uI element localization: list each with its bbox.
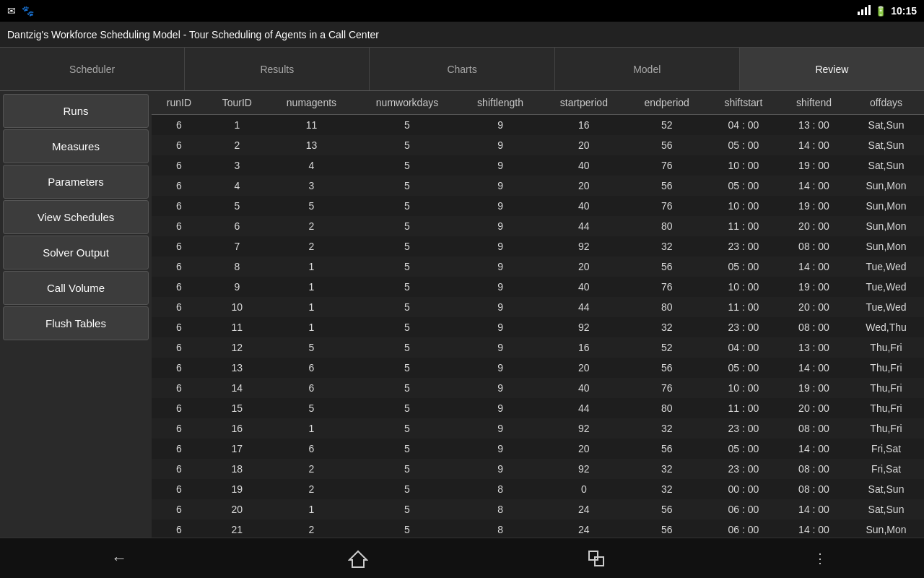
cell-r11-c7: 04 : 00 <box>707 337 780 358</box>
cell-r13-c2: 6 <box>268 378 355 398</box>
cell-r11-c8: 13 : 00 <box>780 337 848 358</box>
battery-icon: 🔋 <box>875 6 886 17</box>
cell-r8-c2: 1 <box>268 277 355 297</box>
home-button[interactable] <box>336 544 380 573</box>
cell-r14-c0: 6 <box>152 398 206 418</box>
cell-r10-c1: 11 <box>206 317 268 337</box>
sidebar-call-volume-button[interactable]: Call Volume <box>3 271 149 305</box>
sidebar-solver-output-button[interactable]: Solver Output <box>3 236 149 269</box>
sidebar-parameters-button[interactable]: Parameters <box>3 165 149 199</box>
cell-r20-c3: 5 <box>355 519 459 538</box>
cell-r16-c6: 56 <box>627 439 707 459</box>
cell-r13-c9: Thu,Fri <box>848 378 924 398</box>
cell-r11-c6: 52 <box>627 337 707 358</box>
cell-r19-c6: 56 <box>627 499 707 519</box>
cell-r11-c4: 9 <box>459 337 541 358</box>
cell-r0-c4: 9 <box>459 115 541 136</box>
cell-r13-c0: 6 <box>152 378 206 398</box>
cell-r15-c1: 16 <box>206 418 268 439</box>
cell-r19-c9: Sat,Sun <box>848 499 924 519</box>
home-icon <box>348 548 368 569</box>
cell-r6-c0: 6 <box>152 236 206 256</box>
sidebar-view-schedules-button[interactable]: View Schedules <box>3 200 149 234</box>
cell-r8-c3: 5 <box>355 277 459 297</box>
cell-r7-c7: 05 : 00 <box>707 256 780 277</box>
col-startperiod: startperiod <box>541 91 626 115</box>
cell-r0-c5: 16 <box>541 115 626 136</box>
svg-rect-2 <box>595 557 603 566</box>
cell-r4-c6: 76 <box>627 196 707 216</box>
sidebar-flush-tables-button[interactable]: Flush Tables <box>3 306 149 340</box>
cell-r3-c9: Sun,Mon <box>848 176 924 196</box>
sidebar: Runs Measures Parameters View Schedules … <box>0 91 152 538</box>
title-bar: Dantzig's Workforce Scheduling Model - T… <box>0 22 924 48</box>
cell-r7-c3: 5 <box>355 256 459 277</box>
cell-r15-c4: 9 <box>459 418 541 439</box>
tab-review[interactable]: Review <box>740 48 924 90</box>
table-area[interactable]: runID TourID numagents numworkdays shift… <box>152 91 924 538</box>
cell-r13-c8: 19 : 00 <box>780 378 848 398</box>
cell-r6-c1: 7 <box>206 236 268 256</box>
status-icons-right: 🔋 10:15 <box>858 5 917 17</box>
cell-r13-c1: 14 <box>206 378 268 398</box>
cell-r8-c4: 9 <box>459 277 541 297</box>
cell-r18-c8: 08 : 00 <box>780 479 848 499</box>
bottom-nav-bar: ← ⋮ <box>0 538 924 578</box>
table-row: 64359205605 : 0014 : 00Sun,Mon <box>152 176 924 196</box>
col-shiftend: shiftend <box>780 91 848 115</box>
svg-marker-0 <box>349 551 367 567</box>
cell-r14-c1: 15 <box>206 398 268 418</box>
back-button[interactable]: ← <box>97 544 141 573</box>
table-row: 621359205605 : 0014 : 00Sat,Sun <box>152 135 924 155</box>
cell-r11-c1: 12 <box>206 337 268 358</box>
cell-r12-c2: 6 <box>268 358 355 378</box>
cell-r10-c3: 5 <box>355 317 459 337</box>
cell-r20-c2: 2 <box>268 519 355 538</box>
tab-results[interactable]: Results <box>185 48 370 90</box>
sidebar-measures-button[interactable]: Measures <box>3 129 149 163</box>
recent-apps-icon <box>586 548 606 569</box>
cell-r3-c8: 14 : 00 <box>780 176 848 196</box>
table-row: 613659205605 : 0014 : 00Thu,Fri <box>152 358 924 378</box>
cell-r3-c3: 5 <box>355 176 459 196</box>
tab-charts[interactable]: Charts <box>370 48 554 90</box>
cell-r13-c3: 5 <box>355 378 459 398</box>
cell-r3-c5: 20 <box>541 176 626 196</box>
cell-r0-c8: 13 : 00 <box>780 115 848 136</box>
tab-model[interactable]: Model <box>555 48 740 90</box>
table-row: 618259923223 : 0008 : 00Fri,Sat <box>152 459 924 479</box>
cell-r2-c4: 9 <box>459 155 541 176</box>
cell-r17-c1: 18 <box>206 459 268 479</box>
cell-r7-c1: 8 <box>206 256 268 277</box>
cell-r4-c1: 5 <box>206 196 268 216</box>
cell-r16-c3: 5 <box>355 439 459 459</box>
col-numagents: numagents <box>268 91 355 115</box>
cell-r6-c3: 5 <box>355 236 459 256</box>
cell-r5-c6: 80 <box>627 216 707 236</box>
cell-r18-c0: 6 <box>152 479 206 499</box>
cell-r18-c9: Sat,Sun <box>848 479 924 499</box>
cell-r18-c7: 00 : 00 <box>707 479 780 499</box>
cell-r5-c0: 6 <box>152 216 206 236</box>
cell-r8-c8: 19 : 00 <box>780 277 848 297</box>
table-row: 621258245606 : 0014 : 00Sun,Mon <box>152 519 924 538</box>
cell-r9-c0: 6 <box>152 297 206 317</box>
cell-r16-c5: 20 <box>541 439 626 459</box>
sidebar-runs-button[interactable]: Runs <box>3 94 149 128</box>
table-row: 614659407610 : 0019 : 00Thu,Fri <box>152 378 924 398</box>
cell-r5-c7: 11 : 00 <box>707 216 780 236</box>
cell-r11-c9: Thu,Fri <box>848 337 924 358</box>
cell-r12-c3: 5 <box>355 358 459 378</box>
cell-r8-c7: 10 : 00 <box>707 277 780 297</box>
recent-apps-button[interactable] <box>575 544 618 573</box>
cell-r19-c1: 20 <box>206 499 268 519</box>
cell-r7-c2: 1 <box>268 256 355 277</box>
cell-r16-c2: 6 <box>268 439 355 459</box>
cell-r12-c4: 9 <box>459 358 541 378</box>
cell-r14-c6: 80 <box>627 398 707 418</box>
more-options-button[interactable]: ⋮ <box>814 551 827 566</box>
cell-r1-c7: 05 : 00 <box>707 135 780 155</box>
cell-r6-c9: Sun,Mon <box>848 236 924 256</box>
cell-r0-c2: 11 <box>268 115 355 136</box>
tab-scheduler[interactable]: Scheduler <box>0 48 185 90</box>
